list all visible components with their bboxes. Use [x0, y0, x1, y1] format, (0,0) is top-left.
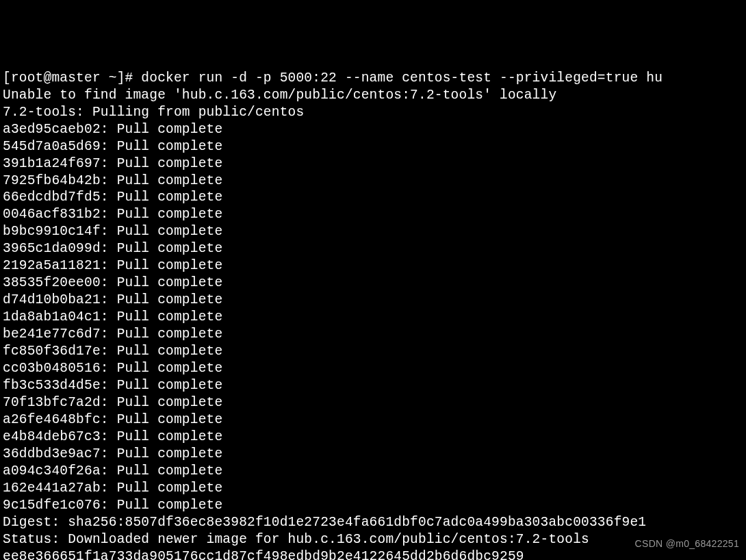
terminal-line: 2192a5a11821: Pull complete	[3, 257, 743, 275]
terminal-line: 9c15dfe1c076: Pull complete	[3, 497, 743, 514]
terminal-line: 545d7a0a5d69: Pull complete	[3, 138, 743, 155]
terminal-line: 7925fb64b42b: Pull complete	[3, 173, 743, 190]
terminal-line: [root@master ~]# docker run -d -p 5000:2…	[3, 70, 743, 87]
terminal-line: b9bc9910c14f: Pull complete	[3, 223, 743, 240]
watermark-text: CSDN @m0_68422251	[635, 538, 739, 550]
terminal-line: 391b1a24f697: Pull complete	[3, 155, 743, 173]
terminal-line: 162e441a27ab: Pull complete	[3, 480, 743, 497]
terminal-line: Status: Downloaded newer image for hub.c…	[3, 531, 743, 548]
terminal-line: a26fe4648bfc: Pull complete	[3, 411, 743, 429]
terminal-line: be241e77c6d7: Pull complete	[3, 326, 743, 343]
terminal-line: fb3c533d4d5e: Pull complete	[3, 377, 743, 394]
terminal-line: cc03b0480516: Pull complete	[3, 360, 743, 377]
terminal-line: 38535f20ee00: Pull complete	[3, 275, 743, 292]
terminal-line: 1da8ab1a04c1: Pull complete	[3, 309, 743, 326]
terminal-line: ee8e366651f1a733da905176cc1d87cf498edbd9…	[3, 548, 743, 561]
terminal-output[interactable]: [root@master ~]# docker run -d -p 5000:2…	[3, 70, 743, 560]
terminal-line: a094c340f26a: Pull complete	[3, 463, 743, 480]
terminal-line: Unable to find image 'hub.c.163.com/publ…	[3, 87, 743, 104]
terminal-line: 7.2-tools: Pulling from public/centos	[3, 104, 743, 121]
terminal-line: 70f13bfc7a2d: Pull complete	[3, 394, 743, 411]
terminal-line: 3965c1da099d: Pull complete	[3, 240, 743, 257]
terminal-line: Digest: sha256:8507df36ec8e3982f10d1e272…	[3, 514, 743, 531]
terminal-line: 36ddbd3e9ac7: Pull complete	[3, 446, 743, 463]
terminal-line: 66edcdbd7fd5: Pull complete	[3, 189, 743, 206]
terminal-line: d74d10b0ba21: Pull complete	[3, 292, 743, 309]
terminal-line: e4b84deb67c3: Pull complete	[3, 429, 743, 446]
terminal-line: a3ed95caeb02: Pull complete	[3, 121, 743, 138]
terminal-line: 0046acf831b2: Pull complete	[3, 206, 743, 223]
terminal-line: fc850f36d17e: Pull complete	[3, 343, 743, 360]
